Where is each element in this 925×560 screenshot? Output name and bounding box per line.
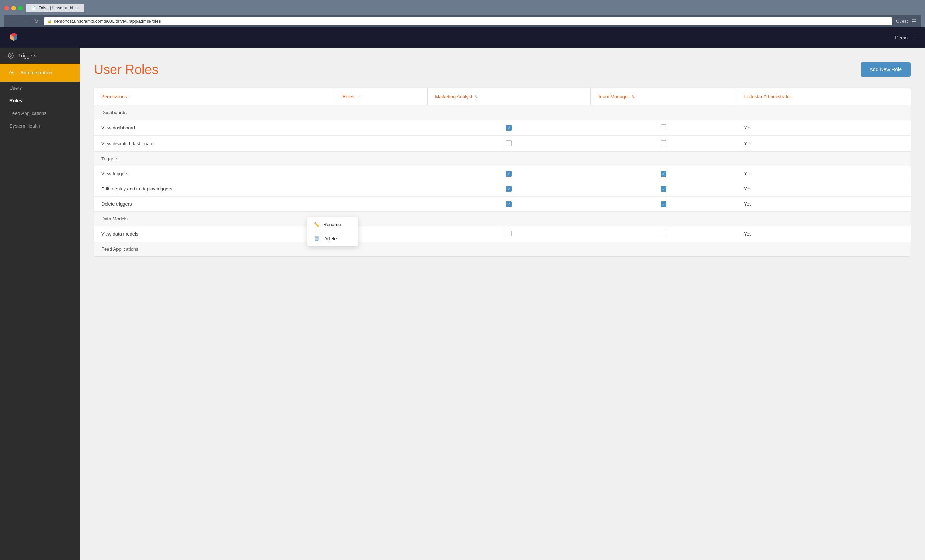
- close-traffic-light[interactable]: [5, 6, 9, 11]
- table-row: View triggers Yes: [94, 166, 910, 182]
- perm-col-empty: [335, 166, 428, 182]
- checkbox-col2-view-triggers[interactable]: [661, 171, 666, 177]
- checkbox-col1-view-dashboard[interactable]: [506, 125, 512, 131]
- page-title: User Roles: [94, 62, 158, 77]
- col3-view-dashboard: Yes: [737, 120, 910, 136]
- logo-cube-icon: [7, 31, 20, 44]
- tab-title: Drive | Unscrambl: [39, 5, 73, 11]
- app-body: Triggers Administration Users Roles F: [0, 48, 925, 560]
- sidebar-sub-item-system-health[interactable]: System Health: [0, 120, 80, 132]
- sidebar-sub-item-roles[interactable]: Roles: [0, 94, 80, 107]
- administration-gear-icon: [7, 68, 17, 77]
- sidebar-item-triggers[interactable]: Triggers: [0, 48, 80, 64]
- minimize-traffic-light[interactable]: [11, 6, 16, 11]
- tab-favicon: 📄: [31, 6, 36, 11]
- col2-edit-icon[interactable]: ✎: [631, 94, 635, 99]
- section-label-dashboards: Dashboards: [94, 105, 910, 120]
- context-menu-rename[interactable]: ✏️ Rename: [307, 218, 358, 231]
- forward-button[interactable]: →: [21, 18, 29, 25]
- col1-edit-triggers: [428, 182, 591, 197]
- checkbox-col2-view-disabled-dashboard[interactable]: [661, 140, 666, 146]
- rename-label: Rename: [323, 222, 341, 227]
- perm-col-empty: [335, 182, 428, 197]
- table-row: Edit, deploy and undeploy triggers Yes: [94, 182, 910, 197]
- sidebar-sub-item-users[interactable]: Users: [0, 82, 80, 94]
- col1-header-label: Marketing Analyst: [435, 94, 472, 99]
- col3-header-label: Lodestar Administrator: [744, 94, 791, 99]
- svg-point-5: [11, 72, 13, 74]
- perm-col-empty: [335, 197, 428, 212]
- table-row: View dashboard Yes: [94, 120, 910, 136]
- checkbox-col2-view-dashboard[interactable]: [661, 124, 666, 130]
- logout-icon[interactable]: →: [912, 35, 918, 41]
- perm-view-disabled-dashboard: View disabled dashboard: [94, 136, 335, 152]
- lock-icon: 🔒: [47, 20, 52, 24]
- col2-delete-triggers: [590, 197, 737, 212]
- perm-delete-triggers: Delete triggers: [94, 197, 335, 212]
- triggers-label: Triggers: [18, 53, 36, 59]
- app-container: Demo → Triggers: [0, 27, 925, 560]
- triggers-icon: [7, 52, 15, 59]
- roles-sub-label: Roles: [9, 98, 22, 103]
- table-row: View disabled dashboard Yes: [94, 136, 910, 152]
- col3-view-triggers: Yes: [737, 166, 910, 182]
- checkbox-col1-edit-triggers[interactable]: [506, 186, 512, 192]
- page-header: User Roles Add New Role: [94, 62, 910, 77]
- checkbox-col1-delete-triggers[interactable]: [506, 201, 512, 207]
- checkbox-col2-delete-triggers[interactable]: [661, 201, 666, 207]
- section-row-data-models: Data Models: [94, 212, 910, 226]
- col2-edit-triggers: [590, 182, 737, 197]
- checkbox-col1-view-data-models[interactable]: [506, 231, 512, 236]
- checkbox-col1-view-triggers[interactable]: [506, 171, 512, 177]
- rename-icon: ✏️: [314, 222, 320, 227]
- add-new-role-button[interactable]: Add New Role: [861, 62, 911, 77]
- checkbox-col2-view-data-models[interactable]: [661, 231, 666, 236]
- col1-edit-icon[interactable]: ✎: [475, 94, 478, 99]
- feed-applications-sub-label: Feed Applications: [9, 111, 47, 116]
- col2-view-triggers: [590, 166, 737, 182]
- active-browser-tab[interactable]: 📄 Drive | Unscrambl ✕: [26, 4, 84, 12]
- browser-addressbar: ← → ↻ 🔒 demohost.unscrambl.com:8080/driv…: [5, 15, 920, 27]
- perm-col-empty: [335, 136, 428, 152]
- back-button[interactable]: ←: [9, 18, 17, 25]
- browser-menu-icon[interactable]: ☰: [911, 18, 916, 25]
- context-menu: ✏️ Rename 🗑️ Delete: [307, 218, 358, 246]
- checkbox-col1-view-disabled-dashboard[interactable]: [506, 140, 512, 146]
- perm-view-data-models: View data models: [94, 226, 335, 242]
- svg-point-4: [8, 53, 14, 58]
- section-row-dashboards: Dashboards: [94, 105, 910, 120]
- col3-view-disabled-dashboard: Yes: [737, 136, 910, 152]
- col1-view-triggers: [428, 166, 591, 182]
- col1-header: Marketing Analyst ✎: [428, 88, 591, 105]
- col3-delete-triggers: Yes: [737, 197, 910, 212]
- col2-header: Team Manager ✎: [590, 88, 737, 105]
- checkbox-col2-edit-triggers[interactable]: [661, 186, 666, 192]
- permissions-header: Permissions ↓: [94, 88, 335, 105]
- delete-icon: 🗑️: [314, 236, 320, 241]
- table-row: Delete triggers Yes: [94, 197, 910, 212]
- browser-titlebar: 📄 Drive | Unscrambl ✕: [5, 3, 920, 13]
- browser-chrome: 📄 Drive | Unscrambl ✕ ← → ↻ 🔒 demohost.u…: [0, 0, 925, 27]
- permissions-header-label: Permissions ↓: [101, 94, 131, 99]
- administration-label: Administration: [20, 70, 53, 75]
- user-label: Demo: [895, 35, 908, 41]
- sidebar-section-administration[interactable]: Administration: [0, 64, 80, 82]
- context-menu-delete[interactable]: 🗑️ Delete: [307, 231, 358, 246]
- perm-col-empty: [335, 120, 428, 136]
- col1-delete-triggers: [428, 197, 591, 212]
- col2-view-dashboard: [590, 120, 737, 136]
- refresh-button[interactable]: ↻: [33, 17, 40, 25]
- col2-header-label: Team Manager: [598, 94, 629, 99]
- section-row-feed-applications: Feed Applications: [94, 242, 910, 257]
- guest-label: Guest: [896, 19, 908, 24]
- perm-view-dashboard: View dashboard: [94, 120, 335, 136]
- new-tab-button[interactable]: [87, 3, 109, 13]
- system-health-sub-label: System Health: [9, 123, 40, 129]
- section-label-triggers: Triggers: [94, 152, 910, 166]
- users-sub-label: Users: [9, 85, 22, 91]
- tab-close-button[interactable]: ✕: [76, 6, 79, 11]
- sidebar-sub-item-feed-applications[interactable]: Feed Applications: [0, 107, 80, 120]
- address-bar[interactable]: 🔒 demohost.unscrambl.com:8080/drive/#/ap…: [44, 17, 892, 25]
- col3-edit-triggers: Yes: [737, 182, 910, 197]
- maximize-traffic-light[interactable]: [18, 6, 23, 11]
